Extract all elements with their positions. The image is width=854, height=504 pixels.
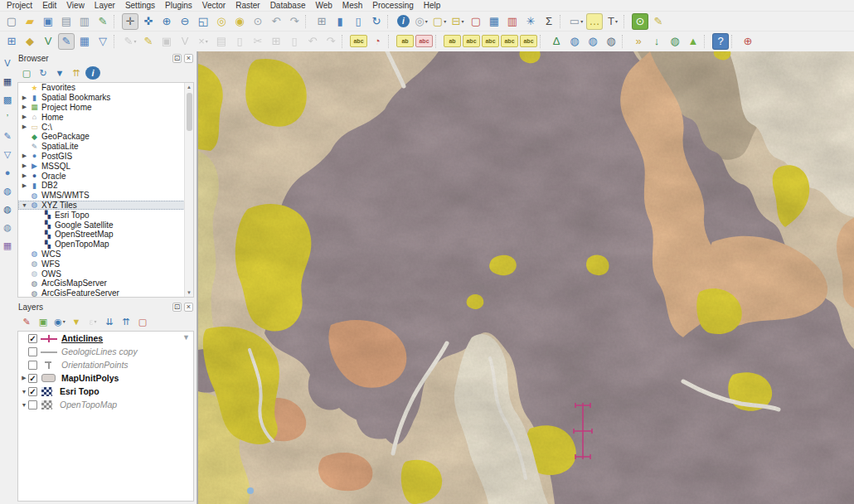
pan-to-selection-icon[interactable]: ✜ [140, 13, 157, 30]
new-spatial-bookmark-icon[interactable]: ▮ [332, 13, 348, 30]
add-wcs-layer-icon[interactable]: ◍ [1, 202, 14, 216]
layer-item-esri-topo[interactable]: ▼✓Esri Topo [18, 385, 193, 398]
metasearch-catalog-icon[interactable]: ◍ [566, 33, 583, 50]
profile-tool-plugin-icon[interactable]: ▲ [685, 33, 701, 50]
browser-item-esri-topo[interactable]: ▚Esri Topo [18, 210, 193, 220]
add-vector-layer-icon[interactable]: V [1, 56, 14, 70]
browser-item-arcgismapserver[interactable]: ◍ArcGisMapServer [18, 279, 193, 288]
expand-arrow-icon[interactable]: ▶ [20, 182, 29, 189]
manage-map-themes-icon[interactable]: ◉▾ [52, 315, 67, 328]
browser-item-spatial-bookmarks[interactable]: ▶▮Spatial Bookmarks [18, 93, 193, 103]
menu-plugins[interactable]: Plugins [160, 0, 197, 11]
filter-legend-icon[interactable]: ▼ [69, 315, 84, 328]
help-contents-icon[interactable]: ? [712, 33, 729, 50]
quickmapservices-icon[interactable]: ◍ [667, 33, 683, 50]
layer-item-mapunitpolys[interactable]: ▶✓MapUnitPolys [18, 371, 193, 385]
browser-item-wms-wmts[interactable]: ◍WMS/WMTS [18, 191, 193, 201]
map-edit-plugin-icon[interactable]: ✎ [650, 13, 667, 30]
zoom-next-icon[interactable]: ↷ [286, 13, 303, 30]
identify-features-icon[interactable]: i [397, 15, 410, 27]
expand-arrow-icon[interactable]: ▼ [20, 389, 28, 395]
new-memory-layer-icon[interactable]: ▽ [95, 33, 111, 50]
scrollbar-down-icon[interactable]: ▼ [187, 288, 192, 297]
menu-help[interactable]: Help [419, 0, 446, 11]
osm-place-search-icon[interactable]: ⊙ [632, 13, 648, 30]
new-map-view-icon[interactable]: ⊞ [313, 13, 330, 30]
search-layers-plugin-icon[interactable]: ◍ [603, 33, 619, 50]
menu-processing[interactable]: Processing [367, 0, 418, 11]
map-tips-icon[interactable]: … [586, 13, 603, 30]
browser-item-home[interactable]: ▶⌂Home [18, 112, 193, 122]
toggle-editing-icon[interactable]: ✎ [140, 33, 157, 50]
menu-vector[interactable]: Vector [197, 0, 230, 11]
layer-item-opentopomap[interactable]: ▼OpenTopoMap [18, 398, 193, 411]
style-manager-icon[interactable]: ✎ [95, 13, 111, 30]
move-label-icon[interactable]: ab [444, 35, 461, 47]
browser-item-spatialite[interactable]: ✎SpatiaLite [18, 142, 193, 152]
scrollbar-thumb[interactable] [187, 93, 192, 131]
browser-item-ows[interactable]: ◍OWS [18, 269, 193, 279]
run-feature-action-icon[interactable]: ◎▾ [413, 13, 429, 30]
browser-item-wfs[interactable]: ◍WFS [18, 259, 193, 269]
browser-float-button[interactable]: ⊡ [172, 54, 182, 63]
browser-item-arcgisfeatureserver[interactable]: ◍ArcGisFeatureServer [18, 288, 193, 298]
measure-line-icon[interactable]: ▭▾ [568, 13, 585, 30]
zoom-native-resolution-icon[interactable]: ⊙ [250, 13, 266, 30]
zoom-last-icon[interactable]: ↶ [268, 13, 284, 30]
browser-item-mssql[interactable]: ▶▶MSSQL [18, 161, 193, 171]
add-postgis-layer-icon[interactable]: ▽ [1, 148, 14, 161]
add-selected-layers-icon[interactable]: ▢ [19, 66, 34, 80]
text-annotation-icon[interactable]: T▾ [604, 13, 621, 30]
browser-item-project-home[interactable]: ▶▦Project Home [18, 103, 193, 113]
new-virtual-layer-icon[interactable]: ▦ [76, 33, 93, 50]
browser-item-postgis[interactable]: ▶●PostGIS [18, 152, 193, 162]
add-wfs-layer-icon[interactable]: ◍ [1, 220, 14, 234]
expand-arrow-icon[interactable]: ▶ [20, 114, 29, 120]
browser-item-openstreetmap[interactable]: ▚OpenStreetMap [18, 230, 193, 240]
filter-browser-icon[interactable]: ▼ [52, 66, 67, 80]
show-layout-manager-icon[interactable]: ▥ [76, 13, 93, 30]
layer-diagram-options-icon[interactable]: ◔ [369, 33, 386, 50]
highlight-pinned-labels-icon[interactable]: abc [415, 35, 433, 47]
change-label-properties-icon[interactable]: abc [520, 35, 537, 47]
statistical-summary-icon[interactable]: Σ [541, 13, 557, 30]
open-attribute-table-icon[interactable]: ▦ [486, 13, 502, 30]
show-spatial-bookmarks-icon[interactable]: ▯ [350, 13, 366, 30]
expand-arrow-icon[interactable]: ▶ [20, 375, 28, 381]
layer-visibility-checkbox[interactable] [28, 361, 37, 370]
menu-layer[interactable]: Layer [90, 0, 120, 11]
open-project-icon[interactable]: ▰ [22, 13, 38, 30]
menu-database[interactable]: Database [265, 0, 311, 11]
expand-arrow-icon[interactable]: ▶ [20, 94, 29, 101]
refresh-map-icon[interactable]: ↻ [368, 13, 385, 30]
expand-arrow-icon[interactable]: ▶ [20, 162, 29, 169]
pin-labels-icon[interactable]: ab [396, 35, 414, 47]
georeferencer-crosshair-icon[interactable]: ⊕ [740, 33, 756, 50]
plugin-download-icon[interactable]: ↓ [648, 33, 665, 50]
scrollbar-up-icon[interactable]: ▲ [187, 83, 192, 91]
add-delimited-text-layer-icon[interactable]: ’ [1, 111, 14, 124]
open-data-source-manager-icon[interactable]: ⊞ [3, 33, 20, 50]
menu-raster[interactable]: Raster [230, 0, 264, 11]
browser-item-google-satellite[interactable]: ▚Google Satellite [18, 220, 193, 230]
browser-item-db2[interactable]: ▶▮DB2 [18, 181, 193, 191]
zoom-to-layer-icon[interactable]: ◉ [231, 13, 248, 30]
expand-all-icon[interactable]: ⇊ [102, 315, 117, 328]
show-hide-labels-icon[interactable]: abc [463, 35, 480, 47]
add-mssql-layer-icon[interactable]: ● [1, 166, 14, 179]
new-geopackage-layer-icon[interactable]: ◆ [22, 33, 38, 50]
select-by-expression-icon[interactable]: ⊟▾ [449, 13, 466, 30]
browser-item-wcs[interactable]: ◍WCS [18, 250, 193, 259]
python-console-icon[interactable]: » [630, 33, 647, 50]
new-print-layout-icon[interactable]: ▤ [58, 13, 75, 30]
add-group-icon[interactable]: ▣ [36, 315, 51, 328]
pan-map-icon[interactable]: ✛ [122, 13, 138, 30]
browser-scrollbar[interactable]: ▲ ▼ [184, 83, 193, 297]
menu-project[interactable]: Project [2, 0, 37, 11]
layer-labeling-options-icon[interactable]: abc [350, 35, 367, 47]
zoom-out-icon[interactable]: ⊖ [177, 13, 193, 30]
zoom-in-icon[interactable]: ⊕ [158, 13, 175, 30]
processing-toolbox-icon[interactable]: ✳ [522, 13, 539, 30]
menu-mesh[interactable]: Mesh [337, 0, 367, 11]
add-virtual-layer-icon[interactable]: ▦ [1, 239, 14, 252]
